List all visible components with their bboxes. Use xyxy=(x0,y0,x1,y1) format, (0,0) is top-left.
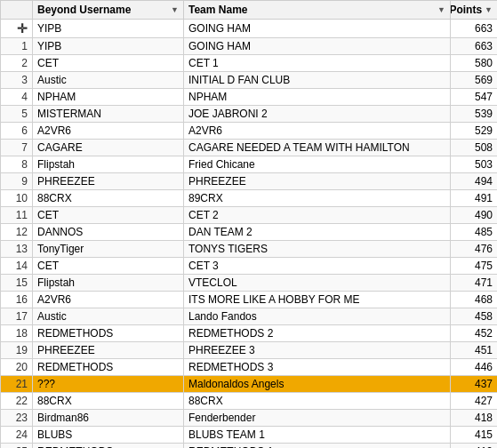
cell-points: 471 xyxy=(451,275,498,292)
table-row: 14CETCET 3475 xyxy=(1,258,498,275)
cell-username: Flipstah xyxy=(33,156,184,173)
cell-team: REDMETHODS 3 xyxy=(184,359,451,376)
table-row: 17AusticLando Fandos458 xyxy=(1,308,498,325)
cell-rank: 22 xyxy=(1,393,33,410)
table-row: 5MISTERMANJOE JABRONI 2539 xyxy=(1,106,498,123)
cell-rank: 4 xyxy=(1,89,33,106)
cell-rank: 18 xyxy=(1,325,33,342)
cell-team: JOE JABRONI 2 xyxy=(184,106,451,123)
cell-points: 415 xyxy=(451,427,498,444)
table-row: 6A2VR6A2VR6529 xyxy=(1,123,498,140)
points-column-header[interactable]: Points ▼ xyxy=(451,1,498,20)
cell-username: 88CRX xyxy=(33,393,184,410)
cell-rank: 24 xyxy=(1,427,33,444)
cell-team: BLUBS TEAM 1 xyxy=(184,427,451,444)
cell-username: Austic xyxy=(33,308,184,325)
cell-points: 580 xyxy=(451,55,498,72)
cell-points: 468 xyxy=(451,292,498,308)
cell-points: 508 xyxy=(451,140,498,156)
cell-rank: 7 xyxy=(1,140,33,156)
cell-points: 452 xyxy=(451,325,498,342)
cell-rank: 15 xyxy=(1,275,33,292)
cell-rank: 10 xyxy=(1,190,33,207)
cell-team: TONYS TIGERS xyxy=(184,241,451,258)
cell-team: DAN TEAM 2 xyxy=(184,224,451,241)
cell-team: PHREEZEE xyxy=(184,173,451,190)
table-row: 2CETCET 1580 xyxy=(1,55,498,72)
cell-team: GOING HAM xyxy=(184,20,451,38)
table-row: 11CETCET 2490 xyxy=(1,207,498,224)
cell-username: BLUBS xyxy=(33,427,184,444)
cell-username: NPHAM xyxy=(33,89,184,106)
team-column-header[interactable]: Team Name ▼ xyxy=(184,1,451,20)
cell-points: 476 xyxy=(451,241,498,258)
cell-rank: 17 xyxy=(1,308,33,325)
cell-team: A2VR6 xyxy=(184,123,451,140)
table-row: 21???Maldonaldos Angels437 xyxy=(1,376,498,393)
cell-points: 437 xyxy=(451,376,498,393)
cell-rank: ✛ xyxy=(1,20,33,38)
cell-rank: 11 xyxy=(1,207,33,224)
cell-rank: 6 xyxy=(1,123,33,140)
cell-points: 485 xyxy=(451,224,498,241)
cell-team: VTECLOL xyxy=(184,275,451,292)
cell-points: 663 xyxy=(451,20,498,38)
table-row: 8FlipstahFried Chicane503 xyxy=(1,156,498,173)
cell-points: 410 xyxy=(451,444,498,449)
table-row: 19PHREEZEEPHREEZEE 3451 xyxy=(1,342,498,359)
table-row: 24BLUBSBLUBS TEAM 1415 xyxy=(1,427,498,444)
cell-points: 491 xyxy=(451,190,498,207)
cell-team: CET 1 xyxy=(184,55,451,72)
cell-team: Lando Fandos xyxy=(184,308,451,325)
cell-username: CET xyxy=(33,55,184,72)
cell-team: ITS MORE LIKE A HOBBY FOR ME xyxy=(184,292,451,308)
cell-username: REDMETHODS xyxy=(33,359,184,376)
table-row: 25REDMETHODSREDMETHODS 1410 xyxy=(1,444,498,449)
table-row: 18REDMETHODSREDMETHODS 2452 xyxy=(1,325,498,342)
cell-team: Fried Chicane xyxy=(184,156,451,173)
cell-rank: 21 xyxy=(1,376,33,393)
cell-team: CET 3 xyxy=(184,258,451,275)
username-column-header[interactable]: Beyond Username ▼ xyxy=(33,1,184,20)
cell-rank: 5 xyxy=(1,106,33,123)
table-row: 1088CRX89CRX491 xyxy=(1,190,498,207)
table-row: 9PHREEZEEPHREEZEE494 xyxy=(1,173,498,190)
cell-username: Austic xyxy=(33,72,184,89)
cell-team: REDMETHODS 1 xyxy=(184,444,451,449)
cell-username: MISTERMAN xyxy=(33,106,184,123)
cell-username: CAGARE xyxy=(33,140,184,156)
cell-team: PHREEZEE 3 xyxy=(184,342,451,359)
cell-points: 427 xyxy=(451,393,498,410)
cell-rank: 25 xyxy=(1,444,33,449)
cell-points: 547 xyxy=(451,89,498,106)
table-row: 1YIPBGOING HAM663 xyxy=(1,38,498,55)
cell-team: CET 2 xyxy=(184,207,451,224)
cell-username: Flipstah xyxy=(33,275,184,292)
table-row: 20REDMETHODSREDMETHODS 3446 xyxy=(1,359,498,376)
cell-rank: 13 xyxy=(1,241,33,258)
cell-points: 663 xyxy=(451,38,498,55)
cell-points: 503 xyxy=(451,156,498,173)
team-sort-icon: ▼ xyxy=(437,5,445,14)
username-sort-icon: ▼ xyxy=(171,5,179,14)
cell-points: 490 xyxy=(451,207,498,224)
table-row: 13TonyTigerTONYS TIGERS476 xyxy=(1,241,498,258)
table-row: 4NPHAMNPHAM547 xyxy=(1,89,498,106)
cell-rank: 1 xyxy=(1,38,33,55)
cell-username: A2VR6 xyxy=(33,292,184,308)
cell-points: 451 xyxy=(451,342,498,359)
cell-username: ??? xyxy=(33,376,184,393)
cell-team: REDMETHODS 2 xyxy=(184,325,451,342)
cell-team: INITIAL D FAN CLUB xyxy=(184,72,451,89)
cell-points: 529 xyxy=(451,123,498,140)
cell-team: GOING HAM xyxy=(184,38,451,55)
cell-username: 88CRX xyxy=(33,190,184,207)
cell-username: YIPB xyxy=(33,38,184,55)
rank-column-header xyxy=(1,1,33,20)
cell-team: 89CRX xyxy=(184,190,451,207)
cell-team: Fenderbender xyxy=(184,410,451,427)
cell-username: A2VR6 xyxy=(33,123,184,140)
cell-points: 458 xyxy=(451,308,498,325)
cell-username: Birdman86 xyxy=(33,410,184,427)
cell-username: DANNOS xyxy=(33,224,184,241)
